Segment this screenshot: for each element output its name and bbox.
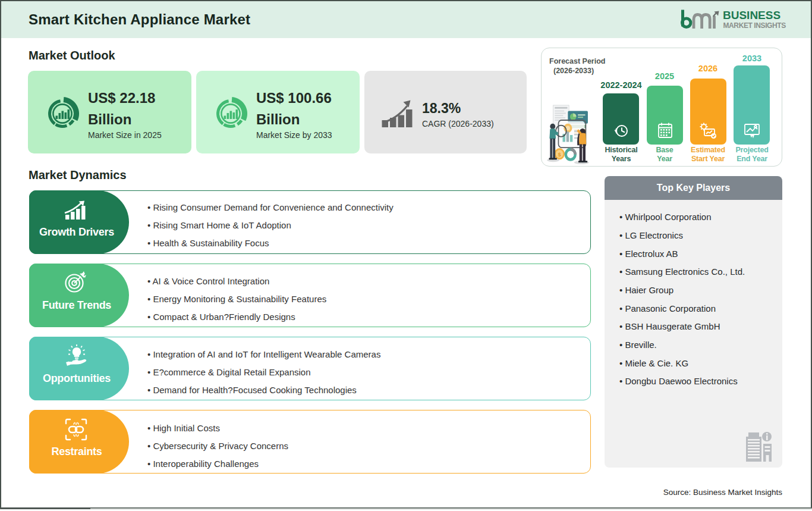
svg-text:$: $	[558, 151, 561, 157]
svg-text:MARKET INSIGHTS: MARKET INSIGHTS	[723, 21, 786, 30]
svg-text:BUSINESS: BUSINESS	[723, 9, 780, 21]
